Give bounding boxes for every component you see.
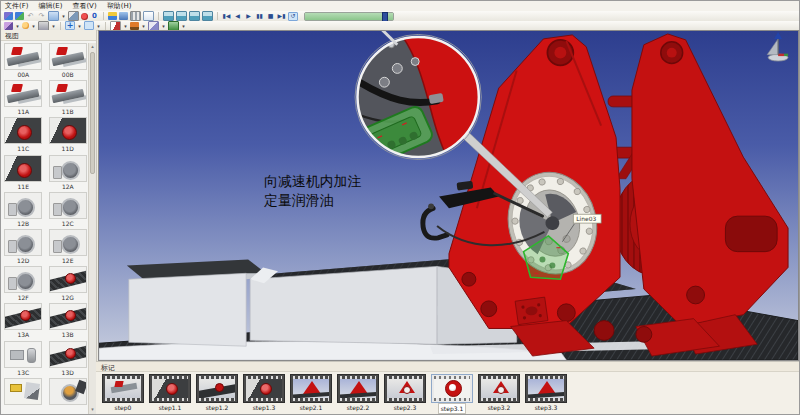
view-item-11C[interactable]: 11C: [3, 117, 44, 153]
step-thumbnail[interactable]: [243, 374, 285, 403]
step-item-step3-3[interactable]: step3.3: [525, 374, 567, 412]
publish-2-icon[interactable]: [176, 11, 187, 21]
view-item-12F[interactable]: 12F: [3, 266, 44, 302]
view-layout-caret-icon[interactable]: ▾: [61, 13, 66, 19]
step-thumbnail[interactable]: [196, 374, 238, 403]
view-item-partial-2[interactable]: [48, 378, 89, 414]
lighting-caret-icon[interactable]: ▾: [31, 23, 36, 29]
flag-markup-icon[interactable]: [130, 22, 139, 30]
lighting-icon[interactable]: [22, 22, 29, 29]
step-item-step2-3[interactable]: step2.3: [384, 374, 426, 412]
step-thumbnail[interactable]: [337, 374, 379, 403]
step-thumbnail[interactable]: [290, 374, 332, 403]
view-thumbnail[interactable]: [49, 43, 87, 70]
view-thumbnail[interactable]: [49, 229, 87, 256]
render-style-icon[interactable]: [4, 22, 13, 30]
scroll-up-icon[interactable]: ▴: [89, 43, 96, 50]
view-thumbnail[interactable]: [4, 341, 42, 368]
view-thumbnail[interactable]: [49, 266, 87, 293]
view-thumbnail[interactable]: [4, 43, 42, 70]
eraser-caret-icon[interactable]: ▾: [51, 23, 56, 29]
flag-markup-caret-icon[interactable]: ▾: [141, 23, 146, 29]
step-back-icon[interactable]: ◀: [233, 12, 242, 20]
view-thumbnail[interactable]: [49, 117, 87, 144]
step-item-step3-2[interactable]: step3.2: [478, 374, 520, 412]
move-tool-icon[interactable]: +: [65, 21, 75, 30]
view-item-00B[interactable]: 00B: [48, 43, 89, 79]
measure-icon[interactable]: [110, 21, 121, 31]
draw-tool-caret-icon[interactable]: ▾: [96, 23, 101, 29]
view-thumbnail[interactable]: [4, 266, 42, 293]
step-item-step2-2[interactable]: step2.2: [337, 374, 379, 412]
viewport-3d[interactable]: Line03: [98, 30, 799, 361]
step-item-step1-3[interactable]: step1.3: [243, 374, 285, 412]
import-icon[interactable]: [15, 12, 24, 20]
view-thumbnail[interactable]: [49, 378, 87, 405]
stop-icon[interactable]: ■: [266, 12, 275, 20]
view-item-12A[interactable]: 12A: [48, 155, 89, 191]
render-style-caret-icon[interactable]: ▾: [15, 23, 20, 29]
view-item-13C[interactable]: 13C: [3, 341, 44, 377]
step-thumbnail[interactable]: [149, 374, 191, 403]
measure-caret-icon[interactable]: ▾: [123, 23, 128, 29]
view-item-00A[interactable]: 00A: [3, 43, 44, 79]
user-help-icon[interactable]: [108, 12, 117, 20]
view-item-12B[interactable]: 12B: [3, 192, 44, 228]
view-item-11E[interactable]: 11E: [3, 155, 44, 191]
cut-plane-caret-icon[interactable]: ▾: [161, 23, 166, 29]
view-thumbnail[interactable]: [49, 80, 87, 107]
menu-help[interactable]: 帮助(H): [107, 1, 132, 11]
counter-zero-icon[interactable]: 0: [90, 12, 99, 20]
view-thumbnail[interactable]: [4, 155, 42, 182]
step-item-step1-2[interactable]: step1.2: [196, 374, 238, 412]
camera-record-icon[interactable]: [81, 13, 88, 20]
move-tool-caret-icon[interactable]: ▾: [77, 23, 82, 29]
open-icon[interactable]: [4, 12, 13, 20]
publish-3-icon[interactable]: [189, 11, 200, 21]
view-thumbnail[interactable]: [4, 192, 42, 219]
palette-icon[interactable]: [168, 21, 179, 31]
go-start-icon[interactable]: ▮◀: [222, 12, 231, 20]
views-scrollbar[interactable]: ▴ ▾: [88, 43, 96, 414]
view-item-partial-1[interactable]: [3, 378, 44, 414]
grid-icon[interactable]: [130, 11, 141, 21]
menu-edit[interactable]: 编辑(E): [39, 1, 63, 11]
view-thumbnail[interactable]: [4, 80, 42, 107]
eraser-icon[interactable]: [38, 21, 49, 31]
view-item-13A[interactable]: 13A: [3, 303, 44, 339]
step-thumbnail[interactable]: [102, 374, 144, 403]
step-item-step3-1-selected[interactable]: step3.1: [431, 374, 473, 414]
view-item-11D[interactable]: 11D: [48, 117, 89, 153]
menu-file[interactable]: 文件(F): [5, 1, 29, 11]
view-item-11B[interactable]: 11B: [48, 80, 89, 116]
home-icon[interactable]: [119, 12, 128, 20]
step-thumbnail[interactable]: [431, 374, 473, 403]
view-thumbnail[interactable]: [4, 117, 42, 144]
undo-icon[interactable]: ↶: [26, 12, 35, 20]
view-thumbnail[interactable]: [49, 155, 87, 182]
view-thumbnail[interactable]: [49, 192, 87, 219]
palette-caret-icon[interactable]: ▾: [181, 23, 186, 29]
go-end-icon[interactable]: ▶▮: [277, 12, 286, 20]
view-thumbnail[interactable]: [49, 341, 87, 368]
view-layout-icon[interactable]: [48, 11, 59, 21]
step-item-step0[interactable]: step0: [102, 374, 144, 412]
scroll-down-icon[interactable]: ▾: [89, 406, 96, 413]
step-item-step1-1[interactable]: step1.1: [149, 374, 191, 412]
step-thumbnail[interactable]: [525, 374, 567, 403]
view-item-13D[interactable]: 13D: [48, 341, 89, 377]
step-thumbnail[interactable]: [384, 374, 426, 403]
image-icon[interactable]: [68, 11, 79, 21]
view-thumbnail[interactable]: [4, 303, 42, 330]
redo-icon[interactable]: ↷: [37, 12, 46, 20]
view-item-12G[interactable]: 12G: [48, 266, 89, 302]
play-icon[interactable]: ▶: [244, 12, 253, 20]
scrollbar-thumb[interactable]: [90, 52, 95, 174]
loop-icon[interactable]: ↺: [288, 12, 298, 21]
playback-progress-slider[interactable]: [304, 12, 394, 21]
page-icon[interactable]: [143, 11, 154, 21]
pause-icon[interactable]: ▮▮: [255, 12, 264, 20]
view-item-12D[interactable]: 12D: [3, 229, 44, 265]
view-item-13B[interactable]: 13B: [48, 303, 89, 339]
menu-view[interactable]: 查看(V): [72, 1, 96, 11]
